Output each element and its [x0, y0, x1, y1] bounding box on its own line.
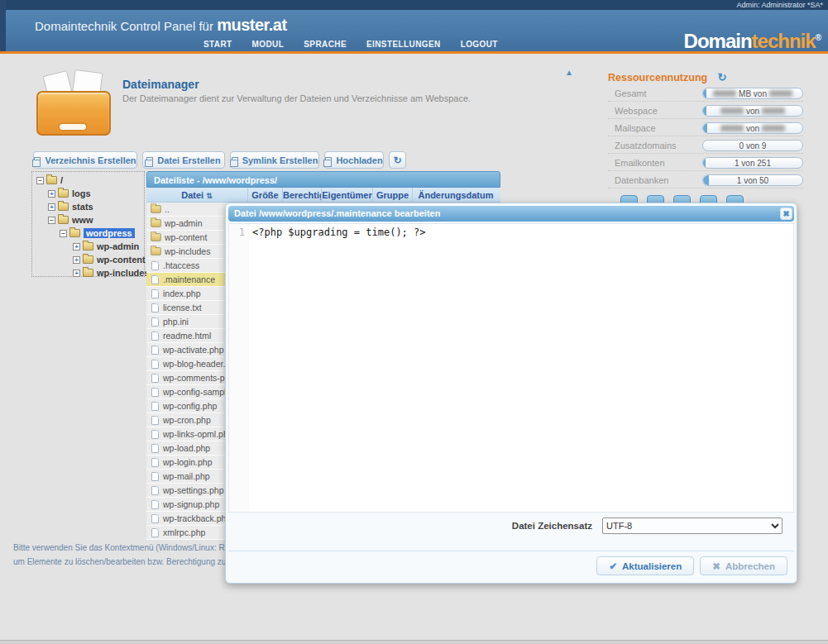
cancel-button[interactable]: ✖Abbrechen	[700, 556, 787, 575]
code-content[interactable]: <?php $upgrading = time(); ?>	[249, 224, 793, 512]
file-icon	[151, 430, 159, 439]
module-title: Dateimanager	[122, 78, 199, 91]
code-editor[interactable]: 1 <?php $upgrading = time(); ?>	[228, 223, 794, 513]
folder-icon	[58, 189, 69, 198]
file-icon	[151, 332, 159, 341]
file-icon	[151, 360, 159, 369]
sort-icon[interactable]: ⇅	[206, 192, 213, 200]
column-berechtigung[interactable]: Berechtigung	[283, 188, 322, 202]
file-icon	[151, 472, 159, 481]
nav-logout[interactable]: LOGOUT	[461, 40, 498, 49]
tree-item-root[interactable]: −/	[35, 174, 144, 187]
file-icon	[151, 388, 159, 397]
masked-value	[762, 107, 785, 114]
folder-icon	[151, 219, 160, 227]
folder-handle	[58, 122, 88, 131]
column-datei[interactable]: Datei ⇅	[146, 188, 248, 202]
resource-row-zusatzdomains: Zusatzdomains 0 von 9	[608, 138, 803, 154]
collapse-node-icon[interactable]: −	[48, 217, 55, 224]
dialog-footer: ✔Aktualisieren ✖Abbrechen	[228, 551, 794, 580]
charset-select[interactable]: UTF-8	[602, 518, 783, 534]
domain-name: muster.at	[217, 16, 286, 34]
collapse-node-icon[interactable]: −	[60, 230, 67, 237]
resource-value-pill: 1 von 251	[702, 157, 803, 169]
file-icon	[151, 528, 159, 537]
file-icon	[151, 402, 159, 411]
charset-label: Datei Zeichensatz	[512, 521, 592, 531]
action-icon	[146, 157, 153, 163]
masked-value	[713, 90, 736, 97]
refresh-resources-icon[interactable]: ↻	[718, 71, 727, 83]
column-gruppe[interactable]: Gruppe	[373, 188, 413, 202]
update-button[interactable]: ✔Aktualisieren	[596, 556, 694, 575]
tree-item-wp-includes[interactable]: +wp-includes	[35, 266, 144, 279]
nav-modul[interactable]: MODUL	[252, 40, 285, 49]
page-title: Domaintechnik Control Panel für muster.a…	[35, 16, 287, 35]
create-symlink-button[interactable]: Symlink Erstellen	[230, 151, 319, 169]
column-groesse[interactable]: Größe	[248, 188, 283, 202]
edit-file-dialog: Datei /www/wordpress/.maintenance bearbe…	[225, 203, 797, 584]
file-icon	[151, 514, 159, 523]
file-icon	[151, 486, 159, 495]
admin-user-label: Admin: Administrator *SA*	[736, 1, 823, 9]
file-icon	[151, 289, 159, 298]
file-icon	[151, 458, 159, 467]
upload-button[interactable]: Hochladen	[324, 151, 384, 169]
resource-row-webspace: Webspace von	[608, 103, 803, 119]
action-icon	[34, 157, 41, 163]
domaintechnik-logo: Domaintechnik®	[684, 30, 821, 53]
resource-row-mailspace: Mailspace von	[608, 121, 803, 136]
module-description: Der Dateimanager dient zur Verwaltung de…	[122, 93, 471, 103]
collapse-panel-icon[interactable]: ▲	[565, 68, 573, 77]
top-admin-bar: Admin: Administrator *SA*	[0, 0, 828, 10]
resource-value-pill: MB von	[702, 88, 803, 99]
header-left-band	[0, 0, 6, 51]
folder-icon	[83, 242, 93, 250]
charset-row: Datei Zeichensatz UTF-8	[228, 514, 794, 537]
line-number-gutter: 1	[229, 224, 249, 512]
masked-value	[720, 125, 744, 131]
column-aenderungsdatum[interactable]: Änderungsdatum	[413, 188, 499, 202]
main-nav: START MODUL SPRACHE EINSTELLUNGEN LOGOUT	[203, 40, 498, 49]
tree-item-wp-content[interactable]: +wp-content	[35, 253, 144, 266]
nav-einstellungen[interactable]: EINSTELLUNGEN	[366, 40, 441, 49]
filemanager-icon	[35, 71, 117, 137]
expand-node-icon[interactable]: +	[48, 203, 55, 211]
close-icon[interactable]: ✖	[780, 208, 792, 220]
x-icon: ✖	[712, 561, 720, 572]
tree-item-wordpress[interactable]: −wordpress	[35, 227, 144, 240]
folder-icon	[83, 269, 93, 277]
tree-item-logs[interactable]: +logs	[35, 187, 144, 200]
resources-title: Ressourcennutzung	[608, 72, 707, 83]
refresh-list-button[interactable]: ↻	[389, 151, 406, 169]
expand-node-icon[interactable]: +	[48, 190, 55, 198]
expand-node-icon[interactable]: +	[73, 270, 80, 277]
expand-node-icon[interactable]: +	[73, 243, 80, 250]
tree-item-stats[interactable]: +stats	[35, 200, 144, 213]
create-directory-button[interactable]: Verzeichnis Erstellen	[33, 151, 137, 169]
expand-node-icon[interactable]: +	[73, 256, 80, 264]
column-eigentuemer[interactable]: Eigentümer	[322, 188, 373, 202]
directory-tree: −/ +logs +stats −www −wordpress +wp-admi…	[31, 171, 145, 277]
folder-icon	[69, 229, 80, 237]
resource-usage-panel: Ressourcennutzung ↻ Gesamt MB von Webspa…	[608, 69, 803, 188]
resource-value-pill: von	[702, 105, 803, 117]
resource-row-datenbanken: Datenbanken 1 von 50	[608, 173, 803, 188]
action-icon	[232, 157, 238, 163]
create-file-button[interactable]: Datei Erstellen	[142, 151, 225, 169]
dialog-title: Datei /www/wordpress/.maintenance bearbe…	[234, 208, 440, 218]
tree-item-wp-admin[interactable]: +wp-admin	[35, 240, 144, 253]
dialog-titlebar[interactable]: Datei /www/wordpress/.maintenance bearbe…	[228, 206, 794, 222]
resource-value-pill: von	[702, 122, 803, 134]
tree-item-www[interactable]: −www	[35, 213, 144, 227]
resource-row-emailkonten: Emailkonten 1 von 251	[608, 155, 803, 171]
table-header-row: Datei ⇅ Größe Berechtigung Eigentümer Gr…	[146, 188, 500, 203]
footer-edge	[0, 640, 828, 644]
nav-sprache[interactable]: SPRACHE	[304, 40, 347, 49]
nav-start[interactable]: START	[203, 40, 232, 49]
file-icon	[151, 261, 159, 270]
collapse-node-icon[interactable]: −	[36, 177, 44, 184]
folder-icon	[83, 255, 93, 264]
file-icon	[151, 500, 159, 509]
file-icon	[151, 416, 159, 425]
